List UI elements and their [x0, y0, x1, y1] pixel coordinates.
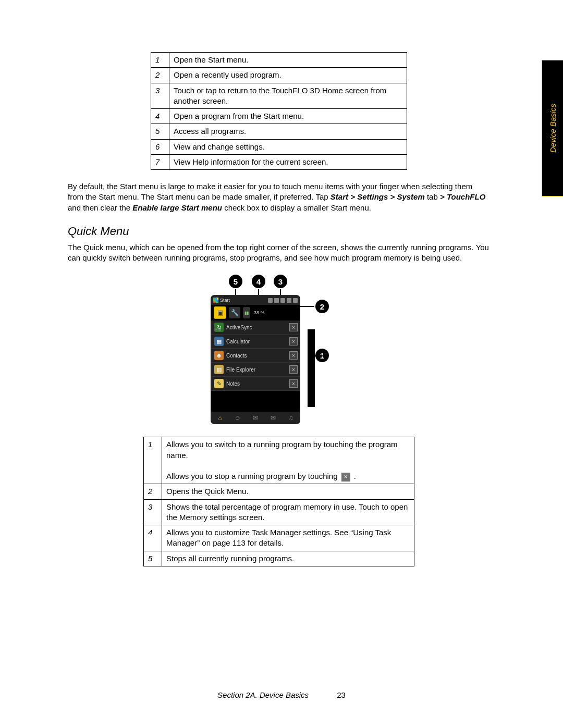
close-icon: × [289, 337, 298, 346]
row-description: Touch or tap to return to the TouchFLO 3… [169, 83, 407, 109]
battery-icon [287, 298, 291, 303]
app-name: Notes [226, 381, 240, 387]
app-name: Contacts [226, 353, 247, 359]
table-row: 2Open a recently used program. [151, 68, 407, 83]
start-menu-table: 1Open the Start menu.2Open a recently us… [151, 52, 407, 170]
app-row: ▦Calculator× [211, 335, 300, 349]
row-description: Shows the total percentage of program me… [162, 499, 414, 525]
table-row: 1Open the Start menu. [151, 53, 407, 68]
close-icon: × [289, 365, 298, 374]
app-row: ▥File Explorer× [211, 363, 300, 377]
home-side-column: PM [211, 327, 225, 332]
row-description: Open a recently used program. [169, 68, 407, 83]
row-description: Open the Start menu. [169, 53, 407, 68]
table-row: 4Allows you to customize Task Manager se… [144, 525, 414, 551]
app-row: ✎Notes× [211, 377, 300, 391]
table-row: 3Shows the total percentage of program m… [144, 499, 414, 525]
callout-3: 3 [274, 275, 287, 288]
title-bar: Start [211, 295, 300, 305]
volume-icon [280, 298, 285, 303]
row-index: 2 [151, 68, 169, 83]
row-index: 4 [151, 109, 169, 124]
row-index: 1 [144, 437, 162, 484]
home-icon: ⌂ [215, 413, 225, 423]
row-description: Stops all currently running programs. [162, 551, 414, 566]
table-row: 2Opens the Quick Menu. [144, 484, 414, 499]
close-icon: × [289, 323, 298, 331]
row-index: 1 [151, 53, 169, 68]
table-row: 1Allows you to switch to a running progr… [144, 437, 414, 484]
row-index: 3 [144, 499, 162, 525]
section-side-tab: Device Basics [542, 60, 563, 196]
quick-menu-heading: Quick Menu [68, 225, 490, 238]
app-icon: ✎ [214, 379, 224, 388]
row-description: Allows you to switch to a running progra… [162, 437, 414, 484]
windows-flag-icon [213, 298, 218, 303]
quick-menu-paragraph: The Quick menu, which can be opened from… [68, 242, 490, 264]
callout-4: 4 [252, 275, 265, 288]
row-index: 5 [151, 124, 169, 139]
memory-percent: 38 % [254, 310, 265, 315]
settings-button: 🔧 [229, 307, 240, 318]
row-index: 3 [151, 83, 169, 109]
stop-all-button: ▣ [214, 306, 226, 319]
row-index: 7 [151, 154, 169, 169]
table-row: 5Access all programs. [151, 124, 407, 139]
table-row: 4Open a program from the Start menu. [151, 109, 407, 124]
start-menu-paragraph: By default, the Start menu is large to m… [68, 181, 490, 213]
table-row: 7View Help information for the current s… [151, 154, 407, 169]
callout-5: 5 [229, 275, 242, 288]
footer-section-label: Section 2A. Device Basics [217, 690, 309, 699]
row-description: Open a program from the Start menu. [169, 109, 407, 124]
close-icon: × [289, 351, 298, 360]
quick-menu-table: 1Allows you to switch to a running progr… [143, 437, 414, 566]
app-icon: ▦ [214, 337, 224, 346]
row-description: View Help information for the current sc… [169, 154, 407, 169]
row-description: Access all programs. [169, 124, 407, 139]
music-icon: ♫ [286, 413, 296, 423]
row-description: Allows you to customize Task Manager set… [162, 525, 414, 551]
footer-page-number: 23 [337, 690, 346, 699]
row-description: Opens the Quick Menu. [162, 484, 414, 499]
bottom-tab-bar: ⌂ ☺ ✉ ✉ ♫ [211, 412, 300, 424]
quick-menu-toolbar: ▣ 🔧 ▮▮ 38 % [211, 305, 300, 320]
page-footer: Section 2A. Device Basics 23 [0, 690, 563, 699]
app-name: Calculator [226, 339, 250, 344]
table-row: 3Touch or tap to return to the TouchFLO … [151, 83, 407, 109]
mail-icon: ✉ [268, 413, 278, 423]
close-icon: × [289, 379, 298, 388]
app-icon: ▥ [214, 365, 224, 374]
status-icon [268, 298, 273, 303]
callout-2: 2 [315, 300, 329, 313]
table-row: 6View and change settings. [151, 139, 407, 154]
quick-menu-diagram: 5 4 3 Start [211, 275, 347, 424]
row-index: 5 [144, 551, 162, 566]
people-icon: ☺ [232, 413, 243, 423]
row-index: 6 [151, 139, 169, 154]
row-index: 2 [144, 484, 162, 499]
section-side-tab-label: Device Basics [548, 104, 557, 153]
app-icon: ☻ [214, 351, 224, 360]
quick-menu-icon [293, 298, 298, 303]
app-row: ☻Contacts× [211, 349, 300, 363]
signal-icon [274, 298, 279, 303]
row-description: View and change settings. [169, 139, 407, 154]
app-name: ActiveSync [226, 325, 252, 330]
phone-mock: Start ▣ 🔧 ▮▮ 38 % [211, 295, 300, 424]
messages-icon: ✉ [250, 413, 261, 423]
memory-indicator: ▮▮ [243, 307, 250, 318]
close-x-icon: × [341, 473, 350, 482]
table-row: 5Stops all currently running programs. [144, 551, 414, 566]
app-name: File Explorer [226, 367, 255, 373]
start-label: Start [220, 298, 230, 303]
row-index: 4 [144, 525, 162, 551]
